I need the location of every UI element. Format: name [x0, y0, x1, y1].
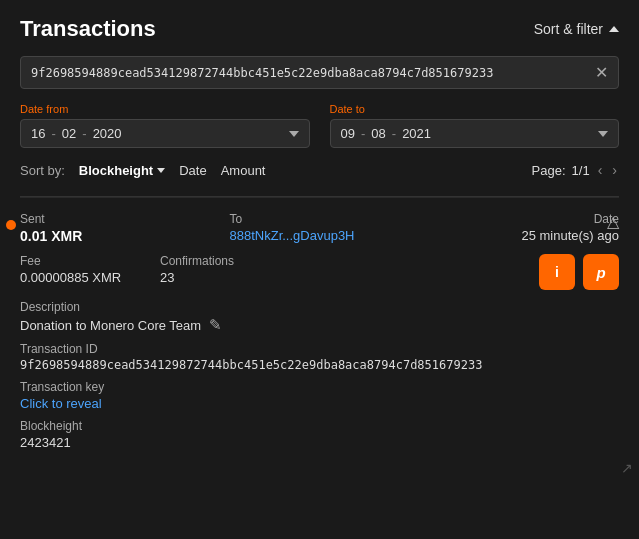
prev-page-button[interactable]: ‹	[596, 162, 605, 178]
tx-blockheight-section: Blockheight 2423421	[20, 419, 619, 450]
resize-handle[interactable]: ↗	[621, 460, 633, 476]
tx-date-label: Date	[479, 212, 619, 226]
transaction-card: △ Sent 0.01 XMR To 888tNkZr...gDavup3H D…	[20, 197, 619, 466]
tx-confirmations-label: Confirmations	[160, 254, 340, 268]
date-to-label: Date to	[330, 103, 620, 115]
date-from-label: Date from	[20, 103, 310, 115]
tx-description-label: Description	[20, 300, 619, 314]
tx-sent-label: Sent	[20, 212, 160, 226]
tx-txkey-reveal[interactable]: Click to reveal	[20, 396, 619, 411]
tx-fee-label: Fee	[20, 254, 160, 268]
page-title: Transactions	[20, 16, 156, 42]
tx-sent-amount: 0.01 XMR	[20, 228, 160, 244]
date-to-input[interactable]: 09 - 08 - 2021	[330, 119, 620, 148]
header: Transactions Sort & filter	[20, 16, 619, 42]
next-page-button[interactable]: ›	[610, 162, 619, 178]
edit-icon[interactable]: ✎	[209, 316, 222, 334]
date-to-month: 08	[371, 126, 385, 141]
date-from-year: 2020	[93, 126, 122, 141]
tx-to-label: To	[230, 212, 410, 226]
main-container: Transactions Sort & filter ✕ Date from 1…	[0, 0, 639, 482]
tx-txkey-section: Transaction key Click to reveal	[20, 380, 619, 411]
chevron-up-icon	[609, 26, 619, 32]
tx-sent-section: Sent 0.01 XMR	[20, 212, 160, 244]
date-from-sep1: -	[51, 126, 55, 141]
page-info: Page: 1/1 ‹ ›	[532, 162, 619, 178]
date-from-month: 02	[62, 126, 76, 141]
sort-amount-label: Amount	[221, 163, 266, 178]
tx-date-value: 25 minute(s) ago	[479, 228, 619, 243]
date-from-input[interactable]: 16 - 02 - 2020	[20, 119, 310, 148]
tx-confirmations-section: Confirmations 23	[160, 254, 340, 285]
chevron-down-icon[interactable]	[289, 131, 299, 137]
tx-description-text: Donation to Monero Core Team	[20, 318, 201, 333]
date-from-group: Date from 16 - 02 - 2020	[20, 103, 310, 148]
sort-filter-button[interactable]: Sort & filter	[534, 21, 619, 37]
date-range-row: Date from 16 - 02 - 2020 Date to 09 - 08…	[20, 103, 619, 148]
tx-confirmations-value: 23	[160, 270, 340, 285]
tx-fee-section: Fee 0.00000885 XMR	[20, 254, 160, 285]
tx-description-value: Donation to Monero Core Team ✎	[20, 316, 619, 334]
tx-copy-button[interactable]: p	[583, 254, 619, 290]
date-to-day: 09	[341, 126, 355, 141]
page-value: 1/1	[572, 163, 590, 178]
date-to-group: Date to 09 - 08 - 2021	[330, 103, 620, 148]
sort-date-label: Date	[179, 163, 206, 178]
tx-sent-indicator	[6, 220, 16, 230]
tx-txkey-label: Transaction key	[20, 380, 619, 394]
tx-info-button[interactable]: i	[539, 254, 575, 290]
date-to-sep1: -	[361, 126, 365, 141]
tx-to-section: To 888tNkZr...gDavup3H	[230, 212, 410, 244]
sort-blockheight-label: Blockheight	[79, 163, 153, 178]
tx-to-address[interactable]: 888tNkZr...gDavup3H	[230, 228, 410, 243]
sort-row: Sort by: Blockheight Date Amount Page: 1…	[20, 162, 619, 178]
sort-amount-option[interactable]: Amount	[221, 163, 266, 178]
tx-blockheight-label: Blockheight	[20, 419, 619, 433]
date-to-year: 2021	[402, 126, 431, 141]
date-from-sep2: -	[82, 126, 86, 141]
date-from-day: 16	[31, 126, 45, 141]
tx-txid-label: Transaction ID	[20, 342, 619, 356]
search-bar: ✕	[20, 56, 619, 89]
sort-date-option[interactable]: Date	[179, 163, 206, 178]
tx-action-buttons: i p	[539, 254, 619, 290]
chevron-down-to-icon[interactable]	[598, 131, 608, 137]
tx-second-row: Fee 0.00000885 XMR Confirmations 23 i p	[20, 254, 619, 290]
close-icon[interactable]: ✕	[595, 63, 608, 82]
page-label: Page:	[532, 163, 566, 178]
tx-description-section: Description Donation to Monero Core Team…	[20, 300, 619, 334]
tx-fee-value: 0.00000885 XMR	[20, 270, 160, 285]
tx-txid-value: 9f2698594889cead534129872744bbc451e5c22e…	[20, 358, 619, 372]
tx-txid-section: Transaction ID 9f2698594889cead534129872…	[20, 342, 619, 372]
search-input[interactable]	[31, 66, 587, 80]
sort-filter-label: Sort & filter	[534, 21, 603, 37]
tx-date-section: Date 25 minute(s) ago	[479, 212, 619, 244]
tx-main-row: Sent 0.01 XMR To 888tNkZr...gDavup3H Dat…	[20, 212, 619, 244]
blockheight-chevron-icon	[157, 168, 165, 173]
date-to-sep2: -	[392, 126, 396, 141]
sort-by-label: Sort by:	[20, 163, 65, 178]
collapse-button[interactable]: △	[607, 212, 619, 231]
sort-blockheight-option[interactable]: Blockheight	[79, 163, 165, 178]
tx-blockheight-value: 2423421	[20, 435, 619, 450]
